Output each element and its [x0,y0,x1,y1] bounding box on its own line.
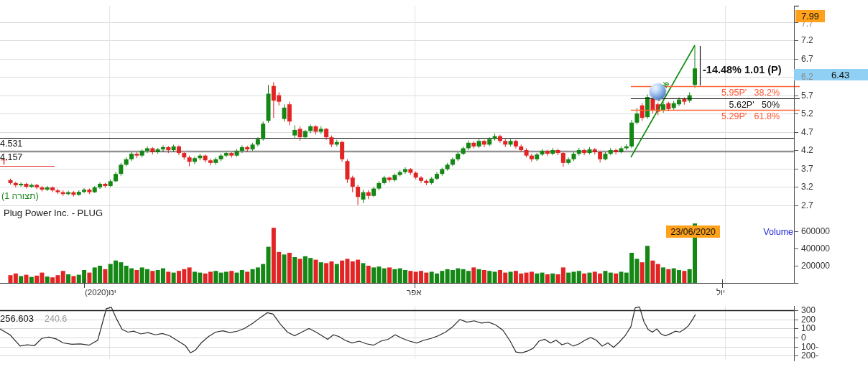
price-tick-label: 7.2 [801,36,813,45]
measure-annotation: -14.48% 1.01 (P) [703,65,782,75]
oscillator-tick-label: 200- [801,351,818,360]
oscillator-tick-label: 300 [801,306,816,315]
fib-level-label: 5.62P' 50% [657,101,780,110]
price-tick-label: 2.7 [801,201,813,210]
oscillator-tick-label: 100 [801,324,816,333]
current-price-label: 6.43 [831,70,849,80]
price-tick-label: 5.7 [801,91,813,100]
volume-title: Volume [747,228,793,237]
formation-label: (תצורה 1) [1,192,39,201]
price-tick-label: 3.7 [801,164,813,173]
price-tick-label: 6.7 [801,55,813,63]
date-badge[interactable]: 23/06/2020 [666,225,720,238]
chart-canvas[interactable] [0,0,868,372]
price-tick-label: 3.2 [801,182,813,191]
support-level-label: 4.531 [0,139,22,149]
volume-tick-label: 400000 [801,244,830,253]
oscillator-tick-label: 0 [801,333,806,342]
support-level-label: 4.157 [0,153,22,162]
indicator-value-label: 256.603 [0,314,34,323]
company-title: Plug Power Inc. - PLUG [4,208,103,218]
month-label: ינו(2020) [85,289,116,297]
price-tick-label: 6.2 [801,73,813,81]
price-tick-label: 5.2 [801,109,813,118]
indicator-level-label: 240.6 [45,315,67,324]
month-label: יול [716,289,725,297]
fib-level-label: 5.95P' 38.2% [657,88,780,98]
month-label: אפר [407,289,421,297]
volume-tick-label: 600000 [801,227,830,236]
sphere-drag-handle-icon[interactable] [650,83,666,100]
alert-price-badge[interactable]: 7.99 [795,10,825,22]
price-tick-label: 4.2 [801,146,813,154]
price-tick-label: 4.7 [801,128,813,136]
fib-level-label: 5.29P' 61.8% [657,112,780,121]
chart-window: 6.43 7.99 23/06/2020 -14.48% 1.01 (P) 10… [0,0,868,372]
volume-tick-label: 200000 [801,261,830,270]
